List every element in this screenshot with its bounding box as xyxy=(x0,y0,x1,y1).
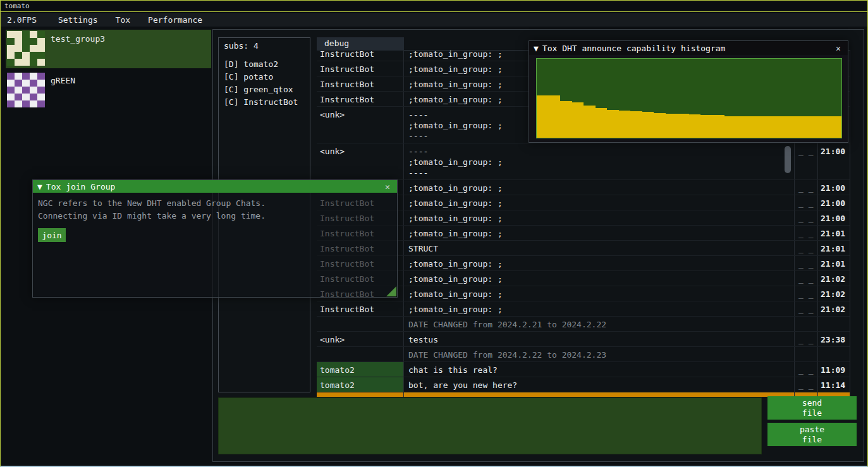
join-group-body: NGC refers to the New DHT enabled Group … xyxy=(33,193,397,246)
member-item[interactable]: [D] tomato2 xyxy=(224,58,305,71)
group-name: test_group3 xyxy=(51,34,105,67)
message-time: 21:00 xyxy=(818,195,850,210)
collapse-arrow-icon[interactable]: ▼ xyxy=(534,44,539,53)
histogram-bar xyxy=(560,101,572,138)
join-button[interactable]: join xyxy=(38,228,66,242)
tab-debug[interactable]: debug xyxy=(317,37,404,51)
histogram-plot[interactable] xyxy=(536,58,842,138)
sender-name xyxy=(317,317,404,331)
histogram-bar xyxy=(712,115,724,138)
join-group-window: ▼ Tox join Group ✕ NGC refers to the New… xyxy=(32,179,398,298)
close-icon[interactable]: ✕ xyxy=(833,44,843,53)
member-item[interactable]: [C] potato xyxy=(224,71,305,83)
app-window: tomato 2.0FPS SettingsToxPerformance tes… xyxy=(0,0,868,467)
sender-name: <unk> xyxy=(317,332,404,346)
message-text: chat is this real? xyxy=(404,362,795,377)
menu-item-performance[interactable]: Performance xyxy=(139,15,211,25)
message-status: _ _ xyxy=(795,301,818,316)
message-status: _ _ xyxy=(795,241,818,255)
window-titlebar[interactable]: tomato xyxy=(1,1,867,12)
message-time xyxy=(818,347,850,361)
join-description-line2: Connecting via ID might take a very long… xyxy=(38,210,392,222)
message-text: ;tomato_in_group: ; xyxy=(404,210,795,225)
message-time: 23:38 xyxy=(818,332,850,346)
message-status: _ _ xyxy=(795,180,818,195)
group-avatar xyxy=(7,31,45,66)
group-item-green[interactable]: gREEN xyxy=(6,71,211,110)
message-time: 11:14 xyxy=(818,377,850,392)
histogram-bar xyxy=(829,116,841,138)
member-item[interactable]: [C] InstructBot xyxy=(224,96,305,109)
sender-name xyxy=(317,347,404,361)
message-status xyxy=(795,317,818,331)
paste-file-button[interactable]: paste file xyxy=(767,423,857,446)
message-row: tomato2bot, are you new here?_ _11:14 xyxy=(317,377,850,392)
message-text: ;tomato_in_group: ; xyxy=(404,301,795,316)
sender-name: InstructBot xyxy=(317,301,404,316)
sender-name: InstructBot xyxy=(317,76,404,91)
join-group-titlebar[interactable]: ▼ Tox join Group ✕ xyxy=(33,180,397,193)
message-time xyxy=(818,317,850,331)
message-text: ;tomato_in_group: ; xyxy=(404,256,795,270)
menu-item-tox[interactable]: Tox xyxy=(107,15,139,25)
message-time: 21:02 xyxy=(818,301,850,316)
histogram-bar xyxy=(689,114,701,138)
join-group-title: Tox join Group xyxy=(46,182,379,191)
menu-item-settings[interactable]: Settings xyxy=(49,15,107,25)
histogram-bar xyxy=(596,108,608,138)
menu-bar: 2.0FPS SettingsToxPerformance xyxy=(1,13,867,27)
message-input[interactable] xyxy=(218,397,762,454)
message-time: 21:02 xyxy=(818,286,850,301)
close-icon[interactable]: ✕ xyxy=(382,182,393,191)
histogram-bar xyxy=(795,116,807,138)
group-name: gREEN xyxy=(51,76,75,109)
message-row: tomato2chat is this real?_ _11:09 xyxy=(317,362,850,377)
histogram-bar xyxy=(642,112,654,138)
sender-name: <unk> xyxy=(317,143,404,179)
histogram-bar xyxy=(724,116,737,138)
dht-histogram-titlebar[interactable]: ▼ Tox DHT announce capability histogram … xyxy=(529,41,848,55)
window-title: tomato xyxy=(4,2,30,10)
message-row: InstructBot;tomato_in_group: ;_ _21:02 xyxy=(317,301,850,317)
message-status: _ _ xyxy=(795,143,818,179)
send-file-button[interactable]: send file xyxy=(767,396,857,420)
message-text: bot, are you new here? xyxy=(404,377,795,392)
message-status: _ _ xyxy=(795,195,818,210)
message-text: No, I've been in this group for quite so… xyxy=(404,392,795,397)
date-separator-row: DATE CHANGED from 2024.2.22 to 2024.2.23 xyxy=(317,347,850,362)
message-status: _ _ xyxy=(795,256,818,270)
message-status: _ _ xyxy=(795,332,818,346)
sender-name: tomato2 xyxy=(317,377,404,392)
member-item[interactable]: [C] green_qtox xyxy=(224,83,305,96)
date-separator-row: DATE CHANGED from 2024.2.21 to 2024.2.22 xyxy=(317,317,850,332)
message-text: ---- ;tomato_in_group: ; ---- xyxy=(404,143,795,179)
resize-grip-icon[interactable] xyxy=(386,286,396,296)
message-time: 21:01 xyxy=(818,226,850,240)
message-time: 21:01 xyxy=(818,256,850,270)
histogram-bar xyxy=(666,114,678,138)
group-list: test_group3gREEN xyxy=(1,30,212,110)
message-text: ;tomato_in_group: ; xyxy=(404,195,795,210)
histogram-bar xyxy=(619,111,631,138)
message-time: 21:00 xyxy=(818,210,850,225)
histogram-bar xyxy=(630,111,642,138)
message-time: 21:00 xyxy=(818,143,850,179)
member-list: [D] tomato2[C] potato[C] green_qtox[C] I… xyxy=(224,58,305,109)
message-status: _ _ xyxy=(795,362,818,377)
message-text: DATE CHANGED from 2024.2.21 to 2024.2.22 xyxy=(404,317,795,331)
message-time: 21:02 xyxy=(818,271,850,286)
collapse-arrow-icon[interactable]: ▼ xyxy=(37,182,42,191)
histogram-bar xyxy=(607,110,619,138)
histogram-bar xyxy=(759,116,771,138)
message-text: ;tomato_in_group: ; xyxy=(404,226,795,240)
message-status xyxy=(795,347,818,361)
scrollbar-thumb[interactable] xyxy=(785,146,791,173)
histogram-bar xyxy=(572,102,584,138)
message-row: <unk>---- ;tomato_in_group: ; ----_ _21:… xyxy=(317,143,850,180)
histogram-bar xyxy=(584,106,596,138)
histogram-bar xyxy=(783,116,795,138)
group-item-test-group3[interactable]: test_group3 xyxy=(6,30,211,68)
histogram-bar xyxy=(748,116,760,138)
menu-items: SettingsToxPerformance xyxy=(49,15,211,25)
subs-count: subs: 4 xyxy=(224,42,305,51)
